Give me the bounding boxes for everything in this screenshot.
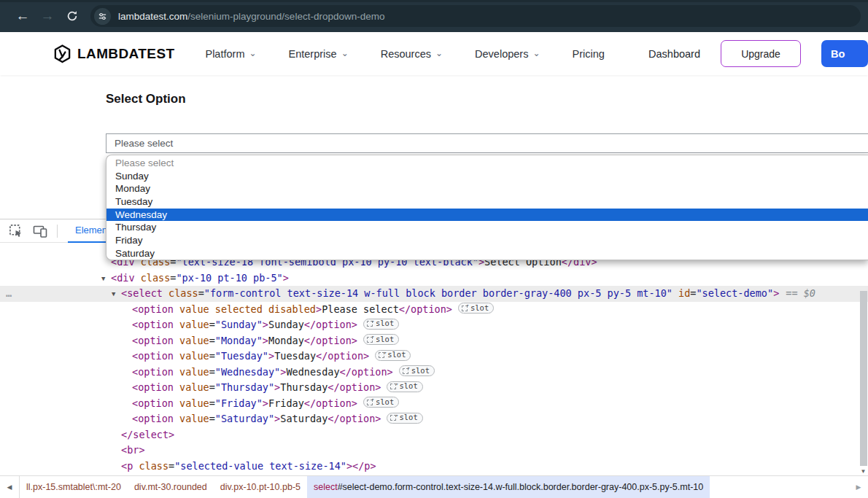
forward-icon[interactable]: → [35,4,60,28]
code-token: "Monday" [215,335,263,346]
inspect-element-icon[interactable] [7,223,23,239]
nav-item-resources[interactable]: Resources⌄ [381,48,443,60]
code-token: class [133,460,168,472]
reload-icon[interactable] [60,4,85,28]
code-token: <option [132,319,174,330]
url-text: lambdatest.com/selenium-playground/selec… [118,11,384,22]
code-token: = [209,319,215,330]
code-token: > [268,350,274,362]
select-demo-input[interactable]: Please select [106,133,868,153]
book-demo-button[interactable]: Bo [821,40,868,67]
devtools-code-line[interactable]: <p class="selected-value text-size-14"><… [0,459,868,475]
breadcrumb-item[interactable]: select#select-demo.form-control.text-siz… [307,476,710,498]
url-host: lambdatest.com [118,11,187,22]
devtools-code-line[interactable]: <option value="Sunday">Sunday</option>sl… [0,317,868,333]
nav-item-pricing[interactable]: Pricing [572,48,604,60]
select-dropdown-menu: Please selectSundayMondayTuesdayWednesda… [106,155,868,260]
dashboard-link[interactable]: Dashboard [648,48,700,60]
devtools-code-line[interactable]: ▼<div class="px-10 pt-10 pb-5"> [0,271,868,287]
expand-arrow-icon[interactable]: ▼ [101,271,111,287]
code-token: </option> [304,335,357,346]
dropdown-option-please-select[interactable]: Please select [106,157,868,170]
devtools-code-line[interactable]: <option value="Tuesday">Tuesday</option>… [0,349,868,365]
nav-item-developers[interactable]: Developers⌄ [475,48,540,60]
devtools-code-line[interactable]: </select> [0,427,868,443]
scrollbar-down-icon[interactable]: ▼ [859,466,868,476]
scrollbar-thumb[interactable] [860,291,867,466]
toolbar-divider [57,225,58,238]
slot-badge[interactable]: slot [363,334,399,345]
code-token: Sunday [268,319,304,330]
slot-badge[interactable]: slot [375,350,411,361]
code-token: "Sunday" [215,319,263,330]
code-token: <select [121,287,163,299]
code-token: = [209,381,215,393]
code-token: </option> [340,366,393,378]
code-token: </option> [328,413,381,424]
code-token: > [316,303,322,315]
code-token: "form-control text-size-14 w-full block … [204,287,673,299]
code-token: = [209,413,215,424]
devtools-code-line[interactable]: <option value="Friday">Friday</option>sl… [0,396,868,412]
site-header: LAMBDATEST Platform⌄Enterprise⌄Resources… [0,32,868,75]
address-bar[interactable]: lambdatest.com/selenium-playground/selec… [90,5,861,27]
slot-badge[interactable]: slot [363,397,399,408]
slot-label: slot [399,410,417,426]
slot-badge[interactable]: slot [387,413,422,424]
code-token: "Wednesday" [215,366,280,378]
reload-glyph [66,9,79,23]
dropdown-option-tuesday[interactable]: Tuesday [106,195,868,209]
expand-arrow-icon[interactable]: ▼ [112,287,121,303]
site-info-icon[interactable] [94,8,111,25]
code-token: <option [132,397,174,409]
lambdatest-logo[interactable]: LAMBDATEST [53,44,174,64]
breadcrumb-back-icon[interactable]: ◀ [0,476,20,498]
devtools-code-line[interactable]: <option value="Monday">Monday</option>sl… [0,333,868,349]
slot-label: slot [387,347,406,363]
devtools-code-line[interactable]: …▼<select class="form-control text-size-… [0,286,868,302]
back-icon[interactable]: ← [10,4,35,28]
code-token: = [209,366,215,378]
breadcrumb-item[interactable]: div.px-10.pt-10.pb-5 [214,476,307,498]
slot-badge[interactable]: slot [458,303,494,314]
code-token: id [673,287,690,299]
dropdown-option-friday[interactable]: Friday [106,234,868,247]
chevron-down-icon: ⌄ [532,48,540,58]
slot-label: slot [470,300,489,316]
code-token: <option [132,335,174,346]
dropdown-option-monday[interactable]: Monday [106,182,868,195]
breadcrumb-item[interactable]: ll.px-15.smtablet\:mt-20 [20,476,128,498]
slot-badge[interactable]: slot [363,319,399,330]
slot-badge[interactable]: slot [399,365,435,376]
code-token: Tuesday [274,350,316,362]
devtools-code-line[interactable]: <option value="Thursday">Thursday</optio… [0,380,868,396]
code-token: = [209,397,215,409]
nav-item-enterprise[interactable]: Enterprise⌄ [289,48,349,60]
slot-badge[interactable]: slot [387,381,422,392]
chevron-down-icon: ⌄ [341,48,349,58]
overflow-menu-icon[interactable]: … [6,286,12,302]
dropdown-option-thursday[interactable]: Thursday [106,221,868,234]
inspect-glyph [9,224,23,238]
code-token: </option> [316,350,369,362]
dropdown-option-wednesday[interactable]: Wednesday [106,209,868,222]
nav-item-platform[interactable]: Platform⌄ [205,48,256,60]
dropdown-option-sunday[interactable]: Sunday [106,170,868,183]
code-token: "select-demo" [696,287,773,299]
devtools-code-line[interactable]: <option value="Saturday">Saturday</optio… [0,411,868,427]
dropdown-option-saturday[interactable]: Saturday [106,247,868,260]
breadcrumb-item[interactable]: div.mt-30.rounded [128,476,214,498]
code-token: Please select [322,303,399,315]
code-token: "selected-value text-size-14" [174,460,346,472]
code-token: "Saturday" [215,413,274,424]
devtools-code-line[interactable]: <option value selected disabled>Please s… [0,302,868,318]
inspect-mini-icon [390,415,396,421]
device-toolbar-icon[interactable] [32,223,48,239]
code-token: value [174,381,209,393]
upgrade-button[interactable]: Upgrade [721,40,801,67]
code-token: > [346,460,352,472]
devtools-code-line[interactable]: <br> [0,443,868,459]
devtools-code-line[interactable]: <option value="Wednesday">Wednesday</opt… [0,365,868,381]
breadcrumb-next-icon[interactable]: ▶ [849,476,868,498]
code-token: <option [132,366,174,378]
